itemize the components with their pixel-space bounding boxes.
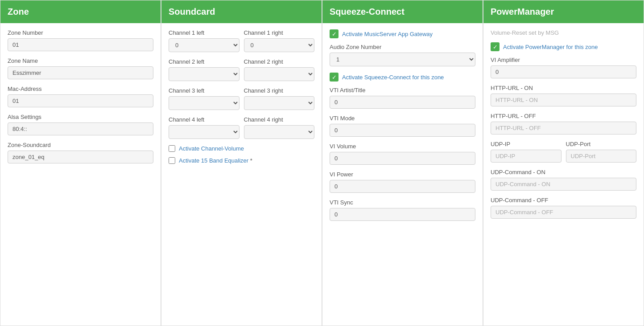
ch4-right-select[interactable] <box>244 125 315 139</box>
ch2-right-label: Channel 2 right <box>244 58 315 65</box>
alsa-settings-input[interactable] <box>8 122 153 135</box>
activate-channel-volume-row: Activate Channel-Volume <box>169 145 314 152</box>
activate-equalizer-checkbox[interactable] <box>169 157 175 164</box>
vti-sync-label: VTI Sync <box>330 199 475 206</box>
ch3-left-label: Channel 3 left <box>169 87 239 94</box>
http-url-on-input[interactable] <box>491 94 636 106</box>
vi-amplifier-group: VI Amplifier <box>491 57 636 78</box>
udp-cmd-off-input[interactable] <box>491 206 636 219</box>
ch3-right-select[interactable] <box>244 96 315 110</box>
ch2-left-select[interactable] <box>169 67 239 81</box>
udp-port-input[interactable] <box>566 150 637 163</box>
app-gateway-check-icon: ✓ <box>330 29 339 38</box>
vti-sync-group: VTI Sync <box>330 199 475 221</box>
ch1-left-group: Channel 1 left 0 <box>169 29 239 52</box>
vti-artist-title-input[interactable] <box>330 96 475 109</box>
activate-equalizer-label: Activate 15 Band Equalizer * <box>179 157 252 164</box>
vi-amplifier-input[interactable] <box>491 65 636 78</box>
vi-volume-group: VI Volume <box>330 143 475 165</box>
soundcard-header: Soundcard <box>161 0 322 23</box>
audio-zone-number-select[interactable]: 1 <box>330 53 475 66</box>
udp-ip-input[interactable] <box>491 150 561 163</box>
zone-number-input[interactable] <box>8 38 153 51</box>
udp-ip-port-row: UDP-IP UDP-Port <box>491 141 636 169</box>
activate-channel-volume-checkbox[interactable] <box>169 145 175 152</box>
activate-app-gateway-row: ✓ Activate MusicServer App Gateway <box>330 29 475 38</box>
http-url-off-input[interactable] <box>491 122 636 134</box>
ch1-right-select[interactable]: 0 <box>244 38 315 52</box>
http-url-off-group: HTTP-URL - OFF <box>491 113 636 134</box>
ch1-right-group: Channel 1 right 0 <box>244 29 315 52</box>
vi-volume-label: VI Volume <box>330 143 475 150</box>
vi-volume-input[interactable] <box>330 152 475 165</box>
zone-name-group: Zone Name <box>8 57 153 79</box>
vi-power-input[interactable] <box>330 180 475 193</box>
channel1-row: Channel 1 left 0 Channel 1 right 0 <box>169 29 314 58</box>
channel4-row: Channel 4 left Channel 4 right <box>169 116 314 145</box>
soundcard-body: Channel 1 left 0 Channel 1 right 0 Chann… <box>161 23 322 326</box>
zone-soundcard-group: Zone-Soundcard <box>8 142 153 163</box>
channel2-row: Channel 2 left Channel 2 right <box>169 58 314 87</box>
zone-panel: Zone Zone Number Zone Name Mac-Address A… <box>0 0 161 326</box>
udp-cmd-off-group: UDP-Command - OFF <box>491 197 636 219</box>
channel3-row: Channel 3 left Channel 3 right <box>169 87 314 116</box>
http-url-on-label: HTTP-URL - ON <box>491 85 636 91</box>
ch4-left-select[interactable] <box>169 125 239 139</box>
power-manager-header: PowerManager <box>483 0 644 23</box>
activate-app-gateway-label: Activate MusicServer App Gateway <box>342 31 433 37</box>
zone-name-input[interactable] <box>8 66 153 79</box>
ch2-left-label: Channel 2 left <box>169 58 239 65</box>
mac-address-group: Mac-Address <box>8 86 153 107</box>
ch3-left-group: Channel 3 left <box>169 87 239 110</box>
zone-number-group: Zone Number <box>8 29 153 51</box>
http-url-on-group: HTTP-URL - ON <box>491 85 636 106</box>
ch4-right-label: Channel 4 right <box>244 116 315 123</box>
audio-zone-number-group: Audio Zone Number 1 <box>330 44 475 66</box>
udp-cmd-off-label: UDP-Command - OFF <box>491 197 636 204</box>
activate-squeeze-connect-row: ✓ Activate Squeeze-Connect for this zone <box>330 73 475 82</box>
zone-header: Zone <box>0 0 161 23</box>
squeeze-connect-body: ✓ Activate MusicServer App Gateway Audio… <box>322 23 483 326</box>
udp-port-label: UDP-Port <box>566 141 637 147</box>
ch1-left-label: Channel 1 left <box>169 29 239 36</box>
activate-channel-volume-label: Activate Channel-Volume <box>179 145 244 152</box>
udp-cmd-on-label: UDP-Command - ON <box>491 169 636 175</box>
vi-power-label: VI Power <box>330 171 475 178</box>
vti-mode-label: VTI Mode <box>330 115 475 122</box>
ch4-left-group: Channel 4 left <box>169 116 239 139</box>
ch1-left-select[interactable]: 0 <box>169 38 239 52</box>
vi-amplifier-label: VI Amplifier <box>491 57 636 63</box>
activate-pm-row: ✓ Activate PowerManager for this zone <box>491 42 636 51</box>
ch4-right-group: Channel 4 right <box>244 116 315 139</box>
ch2-right-select[interactable] <box>244 67 315 81</box>
squeeze-connect-header: Squeeze-Connect <box>322 0 483 23</box>
power-manager-panel: PowerManager Volume-Reset set by MSG ✓ A… <box>483 0 644 326</box>
activate-equalizer-row: Activate 15 Band Equalizer * <box>169 157 314 164</box>
udp-port-group: UDP-Port <box>566 141 637 163</box>
ch3-right-label: Channel 3 right <box>244 87 315 94</box>
vti-sync-input[interactable] <box>330 208 475 221</box>
mac-address-label: Mac-Address <box>8 86 153 92</box>
pm-check-icon: ✓ <box>491 42 500 51</box>
udp-cmd-on-group: UDP-Command - ON <box>491 169 636 191</box>
activate-pm-label: Activate PowerManager for this zone <box>503 44 598 50</box>
squeeze-connect-panel: Squeeze-Connect ✓ Activate MusicServer A… <box>322 0 483 326</box>
alsa-settings-label: Alsa Settings <box>8 114 153 120</box>
mac-address-input[interactable] <box>8 94 153 107</box>
udp-cmd-on-input[interactable] <box>491 178 636 191</box>
zone-soundcard-label: Zone-Soundcard <box>8 142 153 148</box>
vti-mode-group: VTI Mode <box>330 115 475 137</box>
soundcard-panel: Soundcard Channel 1 left 0 Channel 1 rig… <box>161 0 322 326</box>
ch2-left-group: Channel 2 left <box>169 58 239 81</box>
squeeze-connect-check-icon: ✓ <box>330 73 339 82</box>
ch2-right-group: Channel 2 right <box>244 58 315 81</box>
ch3-left-select[interactable] <box>169 96 239 110</box>
vti-artist-title-label: VTI Artist/Title <box>330 87 475 94</box>
vol-reset-label: Volume-Reset set by MSG <box>491 29 636 36</box>
ch1-right-label: Channel 1 right <box>244 29 315 36</box>
udp-ip-label: UDP-IP <box>491 141 561 147</box>
zone-soundcard-input[interactable] <box>8 151 153 163</box>
alsa-settings-group: Alsa Settings <box>8 114 153 135</box>
vi-power-group: VI Power <box>330 171 475 193</box>
vti-mode-input[interactable] <box>330 124 475 137</box>
